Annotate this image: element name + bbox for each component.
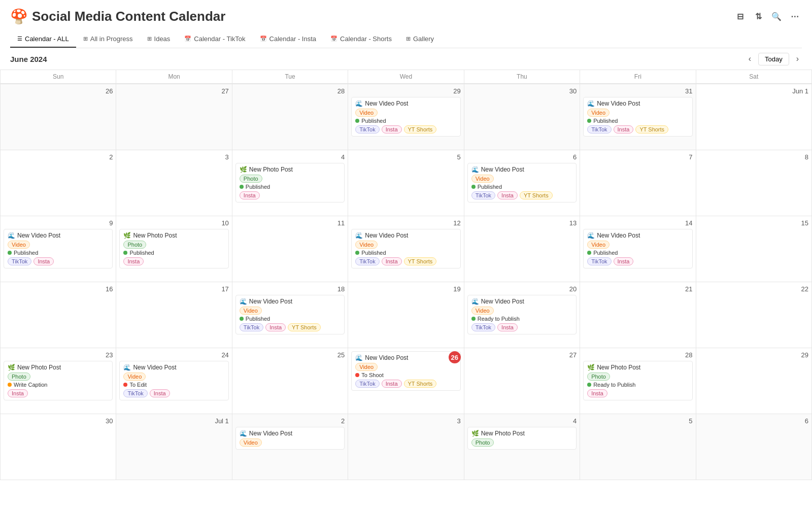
calendar-cell[interactable]: 30: [464, 84, 580, 150]
event-card[interactable]: 🌿 New Photo Post Photo Published Insta: [119, 229, 228, 268]
calendar-cell[interactable]: 20 🌊 New Video Post Video Ready to Publi…: [464, 282, 580, 348]
calendar-cell[interactable]: 15: [696, 216, 812, 282]
nav-tab-calendar-shorts[interactable]: 📅Calendar - Shorts: [323, 31, 399, 48]
app-emoji: 🍄: [10, 8, 28, 25]
calendar-cell[interactable]: 4 🌿 New Photo Post Photo: [464, 414, 580, 480]
calendar-cell[interactable]: 8: [696, 150, 812, 216]
calendar-cell[interactable]: 29: [696, 348, 812, 414]
calendar-cell[interactable]: 5: [580, 414, 696, 480]
day-number: 28: [583, 351, 692, 359]
calendar-cell[interactable]: 27: [116, 84, 232, 150]
event-card[interactable]: 🌊 New Video Post Video: [235, 427, 345, 450]
more-icon[interactable]: ⋯: [788, 10, 802, 24]
platform-tag: TikTok: [123, 389, 147, 397]
calendar-cell[interactable]: Jun 1: [696, 84, 812, 150]
calendar-cell[interactable]: 2 🌊 New Video Post Video: [232, 414, 348, 480]
nav-tab-gallery[interactable]: ⊞Gallery: [399, 31, 441, 48]
calendar-cell[interactable]: 26 🌊 New Video Post Video To Shoot TikTo…: [348, 348, 464, 414]
calendar-cell[interactable]: 9 🌊 New Video Post Video Published TikTo…: [1, 216, 116, 282]
next-button[interactable]: ›: [793, 52, 802, 65]
prev-button[interactable]: ‹: [746, 52, 754, 65]
calendar-cell[interactable]: 2: [1, 150, 116, 216]
nav-tab-calendar-all[interactable]: ☰Calendar - ALL: [10, 31, 76, 48]
calendar-cell[interactable]: 13: [464, 216, 580, 282]
event-card[interactable]: 🌿 New Photo Post Photo Published Insta: [235, 163, 345, 202]
day-number: 18: [235, 285, 345, 293]
calendar-cell[interactable]: 28: [232, 84, 348, 150]
event-title: 🌊 New Video Post: [471, 298, 572, 305]
nav-tab-calendar-tiktok[interactable]: 📅Calendar - TikTok: [177, 31, 252, 48]
platform-tags: TikTokInstaYT Shorts: [240, 323, 341, 331]
calendar-cell[interactable]: 21: [580, 282, 696, 348]
calendar-cell[interactable]: 22: [696, 282, 812, 348]
status-label: Published: [593, 250, 618, 256]
calendar-cell[interactable]: 27: [464, 348, 580, 414]
platform-tags: TikTokInstaYT Shorts: [587, 125, 688, 133]
nav-tab-label: Gallery: [413, 35, 434, 43]
type-tag: Video: [587, 109, 610, 117]
day-number: 16: [4, 285, 113, 293]
calendar-cell[interactable]: 28 🌿 New Photo Post Photo Ready to Publi…: [580, 348, 696, 414]
calendar-cell[interactable]: 23 🌿 New Photo Post Photo Write Caption …: [1, 348, 116, 414]
event-emoji: 🌊: [587, 100, 595, 107]
calendar-cell[interactable]: 31 🌊 New Video Post Video Published TikT…: [580, 84, 696, 150]
event-card[interactable]: 🌊 New Video Post Video Published TikTokI…: [351, 97, 460, 137]
event-card[interactable]: 🌊 New Video Post Video To Edit TikTokIns…: [119, 361, 228, 400]
calendar-cell[interactable]: 3: [348, 414, 464, 480]
event-card[interactable]: 🌿 New Photo Post Photo Ready to Publish …: [583, 361, 692, 400]
event-card[interactable]: 🌿 New Photo Post Photo: [467, 427, 577, 450]
event-title: 🌿 New Photo Post: [240, 166, 341, 173]
event-card[interactable]: 🌊 New Video Post Video Published TikTokI…: [4, 229, 113, 268]
calendar-cell[interactable]: 19: [348, 282, 464, 348]
event-card[interactable]: 🌊 New Video Post Video Published TikTokI…: [351, 229, 460, 268]
platform-tag: Insta: [497, 323, 518, 331]
today-button[interactable]: Today: [758, 53, 789, 65]
day-number: 20: [467, 285, 577, 293]
nav-tab-ideas[interactable]: ⊞Ideas: [140, 31, 178, 48]
event-card[interactable]: 🌊 New Video Post Video To Shoot TikTokIn…: [351, 351, 460, 391]
nav-tab-label: Calendar - TikTok: [194, 35, 245, 43]
nav-tab-calendar-insta[interactable]: 📅Calendar - Insta: [253, 31, 324, 48]
calendar-cell[interactable]: 3: [116, 150, 232, 216]
nav-tab-all-in-progress[interactable]: ⊞All in Progress: [76, 31, 140, 48]
event-card[interactable]: 🌊 New Video Post Video Ready to Publish …: [467, 295, 577, 334]
type-tag: Video: [240, 307, 262, 315]
calendar-cell[interactable]: 24 🌊 New Video Post Video To Edit TikTok…: [116, 348, 232, 414]
calendar-cell[interactable]: 17: [116, 282, 232, 348]
calendar-cell[interactable]: 12 🌊 New Video Post Video Published TikT…: [348, 216, 464, 282]
event-card[interactable]: 🌊 New Video Post Video Published TikTokI…: [583, 97, 692, 137]
event-title: 🌊 New Video Post: [587, 100, 688, 107]
status-label: Published: [361, 118, 386, 124]
filter-icon[interactable]: ⊟: [733, 10, 747, 24]
calendar-cell[interactable]: 4 🌿 New Photo Post Photo Published Insta: [232, 150, 348, 216]
calendar-cell[interactable]: 29 🌊 New Video Post Video Published TikT…: [348, 84, 464, 150]
day-header: Fri: [580, 70, 696, 84]
event-name: New Photo Post: [597, 364, 640, 371]
day-number: 4: [235, 153, 345, 161]
calendar-cell[interactable]: 7: [580, 150, 696, 216]
calendar-cell[interactable]: 16: [1, 282, 116, 348]
calendar-cell[interactable]: 25: [232, 348, 348, 414]
calendar-cell[interactable]: 5: [348, 150, 464, 216]
calendar-cell[interactable]: 6 🌊 New Video Post Video Published TikTo…: [464, 150, 580, 216]
platform-tags: TikTokInstaYT Shorts: [471, 191, 572, 199]
event-card[interactable]: 🌊 New Video Post Video Published TikTokI…: [467, 163, 577, 202]
calendar-cell[interactable]: 6: [696, 414, 812, 480]
status-dot: [240, 185, 244, 189]
calendar-cell[interactable]: 26: [1, 84, 116, 150]
calendar-cell[interactable]: 10 🌿 New Photo Post Photo Published Inst…: [116, 216, 232, 282]
event-card[interactable]: 🌊 New Video Post Video Published TikTokI…: [235, 295, 345, 334]
event-card[interactable]: 🌊 New Video Post Video Published TikTokI…: [583, 229, 692, 268]
status-row: To Shoot: [355, 372, 456, 378]
day-number: 2: [4, 153, 113, 161]
platform-tag: Insta: [382, 125, 402, 133]
calendar-cell[interactable]: Jul 1: [116, 414, 232, 480]
event-card[interactable]: 🌿 New Photo Post Photo Write Caption Ins…: [4, 361, 113, 400]
event-name: New Video Post: [249, 430, 292, 437]
calendar-cell[interactable]: 18 🌊 New Video Post Video Published TikT…: [232, 282, 348, 348]
search-icon[interactable]: 🔍: [769, 10, 784, 24]
calendar-cell[interactable]: 14 🌊 New Video Post Video Published TikT…: [580, 216, 696, 282]
calendar-cell[interactable]: 11: [232, 216, 348, 282]
sort-icon[interactable]: ⇅: [751, 10, 765, 24]
calendar-cell[interactable]: 30: [1, 414, 116, 480]
